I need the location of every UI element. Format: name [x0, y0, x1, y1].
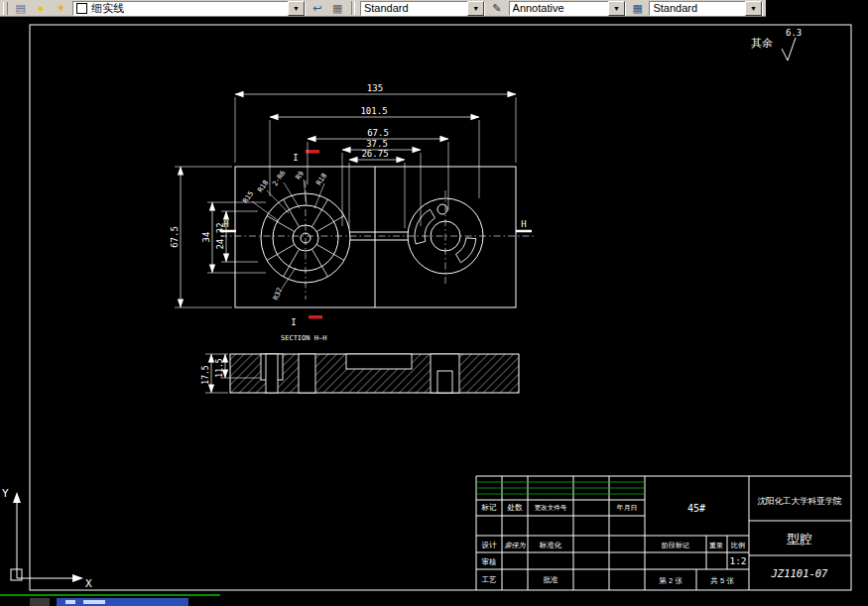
- layer-previous-icon[interactable]: ↩: [309, 1, 325, 16]
- table-style-icon[interactable]: ▦: [629, 1, 646, 16]
- toolbar-grip[interactable]: [3, 2, 8, 15]
- ucs-y-arrow: [13, 492, 21, 503]
- dim-24-32: 24.32: [215, 222, 225, 249]
- dim-11-5: 11.5: [215, 358, 224, 377]
- tb-col-mark: 标记: [481, 503, 498, 512]
- dimension-lines: [181, 94, 516, 307]
- toolbar-separator: [351, 1, 355, 15]
- ucs-y-label: Y: [2, 487, 9, 500]
- radius-label-3: 2-R6: [271, 170, 287, 187]
- dim-17-5: 17.5: [201, 365, 210, 384]
- tb-sheet-no: 第 2 张: [659, 576, 682, 585]
- tb-row-approve: 批准: [544, 575, 559, 584]
- tb-scale: 1:2: [729, 555, 746, 566]
- lightbulb-icon[interactable]: ●: [32, 1, 49, 16]
- tb-material: 45#: [687, 503, 705, 514]
- tb-designer-signature: 裴佳为: [505, 542, 527, 548]
- tb-col-date: 年月日: [617, 504, 638, 512]
- toolbar: ▤ ● ☀ 细实线 ▼ ↩ ▦ Standard ▼ ✎ Annotative …: [0, 0, 766, 17]
- plan-view: H H I I: [220, 150, 536, 327]
- ucs-x-label: X: [85, 577, 92, 590]
- tb-drawing-number: JZ1101-07: [771, 567, 829, 579]
- taskbar-fragment[interactable]: [0, 595, 220, 606]
- surface-finish-note: 其余 6.3: [751, 28, 802, 61]
- radius-leaders: [252, 180, 324, 289]
- section-view: SECTION H—H 17.5 11.5: [201, 334, 519, 393]
- tb-col-count: 处数: [507, 503, 524, 512]
- sun-icon[interactable]: ☀: [53, 1, 69, 16]
- section-mark-i-bottom: I: [291, 317, 296, 327]
- section-arrow-bottom: [309, 315, 322, 319]
- extension-lines: [175, 97, 516, 307]
- dim-style-icon[interactable]: ✎: [488, 1, 505, 16]
- dim-34: 34: [201, 232, 211, 243]
- tb-row-standard: 标准化: [539, 541, 562, 549]
- tb-part-name: 型腔: [787, 532, 812, 546]
- text-style-combo[interactable]: Standard ▼: [360, 1, 485, 16]
- chevron-down-icon[interactable]: ▼: [745, 1, 762, 16]
- tb-stage-mark: 阶段标记: [662, 542, 689, 549]
- dim-135: 135: [367, 83, 383, 93]
- layer-combo[interactable]: 细实线 ▼: [72, 1, 306, 16]
- dim-style-combo[interactable]: Annotative ▼: [509, 1, 626, 16]
- tb-weight: 重量: [709, 542, 723, 548]
- radius-label-6: R32: [272, 287, 284, 302]
- layers-icon[interactable]: ▤: [12, 1, 29, 16]
- table-style-combo[interactable]: Standard ▼: [649, 1, 763, 16]
- radius-label-4: R9: [295, 170, 306, 182]
- tb-col-docno: 更改文件号: [535, 504, 567, 512]
- tb-row-check: 审核: [482, 557, 498, 566]
- title-block: 标记 处数 更改文件号 年月日 45# 设计 裴佳为 标准化 阶段标记 重量 比…: [476, 476, 851, 590]
- tb-school: 沈阳化工大学科亚学院: [758, 496, 843, 506]
- surface-note-prefix: 其余: [751, 37, 773, 49]
- section-mark-h-right: H: [521, 219, 526, 229]
- layer-combo-value: 细实线: [91, 1, 124, 16]
- drawing-canvas[interactable]: 其余 6.3: [0, 0, 868, 606]
- tb-sheet-total: 共 5 张: [710, 576, 734, 585]
- ucs-icon: Y X: [2, 487, 92, 590]
- roughness-symbol-icon: [782, 38, 796, 61]
- tb-row-design: 设计: [482, 541, 498, 549]
- chevron-down-icon[interactable]: ▼: [608, 1, 625, 16]
- text-style-value: Standard: [364, 2, 409, 14]
- application-window: ▤ ● ☀ 细实线 ▼ ↩ ▦ Standard ▼ ✎ Annotative …: [0, 0, 868, 606]
- table-style-value: Standard: [653, 2, 697, 14]
- tb-ratio: 比例: [731, 542, 745, 549]
- dim-style-value: Annotative: [513, 2, 564, 14]
- layer-color-swatch: [76, 3, 87, 14]
- roughness-value: 6.3: [786, 28, 802, 38]
- tb-row-process: 工艺: [482, 575, 498, 584]
- dim-37-5: 37.5: [366, 139, 388, 149]
- dim-67-5-top: 67.5: [367, 128, 389, 138]
- dim-67-5-left: 67.5: [170, 226, 180, 248]
- chevron-down-icon[interactable]: ▼: [467, 1, 484, 16]
- section-view-label: SECTION H—H: [281, 334, 326, 342]
- dim-101-5: 101.5: [360, 106, 387, 116]
- radius-label-5: R18: [314, 172, 328, 186]
- plan-dimensions: 135 101.5 67.5 37.5 26.75 67.5 34 24.32 …: [170, 83, 516, 307]
- ucs-x-arrow: [72, 574, 83, 582]
- section-mark-i-top: I: [293, 153, 298, 163]
- layer-states-icon[interactable]: ▦: [329, 1, 346, 16]
- dim-26-75: 26.75: [361, 149, 388, 159]
- chevron-down-icon[interactable]: ▼: [288, 1, 305, 16]
